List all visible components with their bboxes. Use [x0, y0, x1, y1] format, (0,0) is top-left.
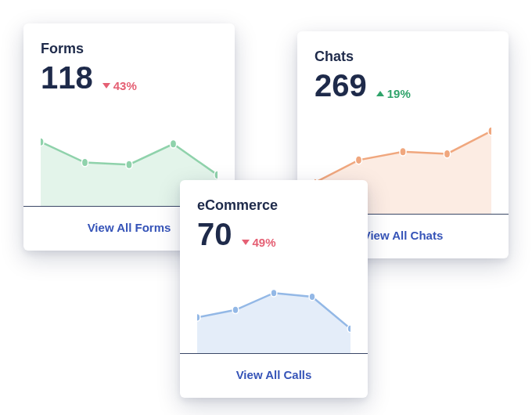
value-row: 269 19%	[315, 70, 491, 101]
arrow-up-icon	[376, 91, 384, 96]
arrow-down-icon	[242, 240, 250, 245]
metric-value: 70	[197, 218, 232, 250]
delta-indicator: 49%	[242, 236, 276, 249]
card-title: Chats	[315, 49, 491, 65]
svg-point-6	[355, 156, 361, 164]
svg-point-12	[271, 289, 277, 297]
delta-indicator: 19%	[376, 87, 411, 100]
delta-indicator: 43%	[102, 79, 137, 92]
view-all-forms-link[interactable]: View All Forms	[88, 221, 171, 234]
card-title: Forms	[41, 41, 217, 57]
svg-point-4	[214, 171, 217, 179]
card-title: eCommerce	[197, 197, 350, 214]
svg-point-2	[126, 161, 132, 169]
metric-value: 269	[315, 70, 367, 101]
svg-point-13	[309, 293, 315, 301]
svg-point-9	[488, 127, 491, 135]
svg-point-1	[81, 158, 88, 167]
value-row: 118 43%	[41, 62, 217, 93]
svg-point-10	[197, 314, 200, 322]
svg-point-8	[444, 150, 450, 158]
delta-text: 49%	[253, 236, 276, 249]
svg-point-14	[347, 325, 350, 333]
svg-point-11	[232, 306, 239, 314]
svg-point-7	[400, 148, 406, 157]
svg-point-3	[170, 140, 176, 149]
card-ecommerce: eCommerce 70 49% View All Calls	[180, 180, 368, 398]
delta-text: 43%	[113, 79, 137, 92]
view-all-calls-link[interactable]: View All Calls	[236, 368, 312, 381]
value-row: 70 49%	[197, 218, 350, 250]
card-body: Forms 118 43%	[23, 23, 235, 206]
sparkline-chart	[197, 259, 350, 353]
metric-value: 118	[41, 62, 93, 93]
card-body: eCommerce 70 49%	[180, 180, 368, 353]
view-all-chats-link[interactable]: View All Chats	[363, 229, 444, 242]
delta-text: 19%	[387, 87, 411, 100]
card-footer: View All Calls	[180, 353, 368, 398]
svg-point-0	[41, 138, 44, 146]
arrow-down-icon	[102, 83, 110, 88]
